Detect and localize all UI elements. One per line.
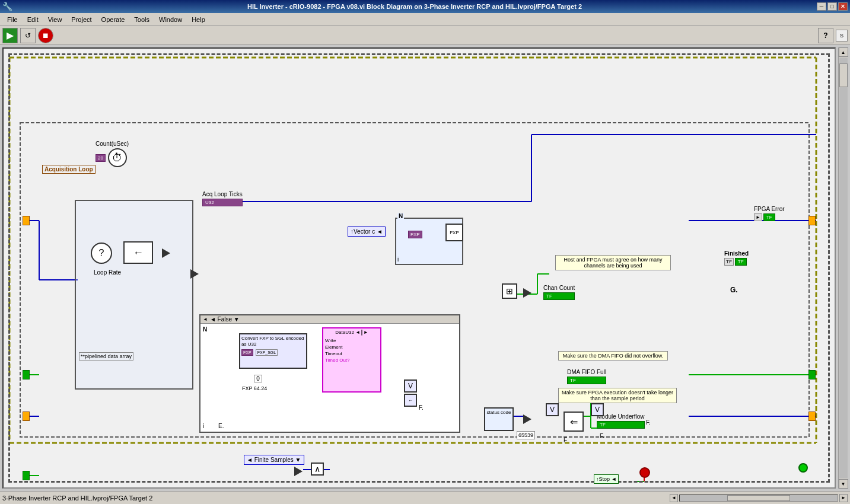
vertical-scrollbar[interactable]: ▲ ▼ (838, 47, 848, 489)
v-compare-node: V (546, 403, 559, 416)
menu-file[interactable]: File (2, 15, 23, 24)
minimize-button[interactable]: ─ (817, 2, 826, 11)
maximize-button[interactable]: □ (827, 2, 837, 11)
dma-fifo-comment: Make sure the DMA FIFO did not overflow. (558, 351, 668, 361)
title-bar: 🔧 HIL Inverter - cRIO-9082 - FPGA v08.vi… (0, 0, 850, 13)
menu-bar: File Edit View Project Operate Tools Win… (0, 13, 850, 26)
dma-fifo-full-group: DMA FIFO Full TF (567, 369, 606, 384)
close-button[interactable]: ✕ (838, 2, 848, 11)
shift-reg-left-4 (23, 471, 30, 480)
module-underflow-comment: Make sure FPGA execution doesn't take lo… (558, 388, 677, 403)
count-usec-icon: ⏱ (108, 148, 127, 167)
shift-reg-left-2 (23, 370, 30, 379)
f-bottom-right: F. (600, 433, 604, 439)
finite-samples-triangle (294, 467, 303, 476)
run-button[interactable]: ▶ (2, 28, 18, 43)
and-node: ∧ (311, 462, 324, 476)
data-u32-fifo: DataU32 ◄║► Write Element Timeout Timed … (322, 327, 381, 393)
f-label: F. (419, 404, 424, 411)
value-65539: 65539 (517, 431, 535, 439)
rerun-button[interactable]: ↺ (20, 28, 36, 43)
fxp-convert-node: FXP (445, 224, 463, 241)
chan-count-group: Chan Count TF (543, 285, 575, 300)
stop-indicator (639, 467, 650, 478)
grid-icon: ⊞ (502, 283, 517, 299)
menu-tools[interactable]: Tools (129, 15, 154, 24)
status-code-block: status code (484, 407, 514, 431)
loop-rate-label: Loop Rate (94, 269, 121, 276)
diagram-canvas[interactable]: Count(uSec) 20 ⏱ Acquisition Loop Acq Lo… (2, 47, 836, 489)
scroll-left-button[interactable]: ◄ (670, 494, 678, 502)
h-scroll-track (679, 495, 838, 502)
f-merge-1: ← (404, 394, 417, 407)
convert-fxp-block: Convert FXP to SGL encoded as U32 FXP FX… (239, 333, 307, 369)
menu-view[interactable]: View (43, 15, 67, 24)
main-area: Count(uSec) 20 ⏱ Acquisition Loop Acq Lo… (0, 45, 850, 491)
green-indicator (798, 463, 808, 473)
shift-reg-right-2 (808, 370, 816, 379)
scroll-thumb[interactable] (839, 63, 848, 87)
scroll-down-button[interactable]: ▼ (839, 479, 848, 489)
h-scroll-thumb[interactable] (727, 495, 790, 501)
finite-samples-block: ◄ Finite Samples ▼ (244, 455, 304, 465)
stop-block: ↑Stop ◄ (594, 474, 619, 484)
fxp-badge: FXP (408, 231, 422, 238)
window-title: HIL Inverter - cRIO-9082 - FPGA v08.vi B… (12, 3, 817, 10)
pipelined-array-label: **pipelined data array (79, 352, 133, 361)
shift-reg-right-1 (808, 216, 816, 225)
loop-rate-icon: ? (91, 243, 112, 264)
project-path: 3-Phase Inverter RCP and HIL.lvproj/FPGA… (2, 495, 152, 502)
menu-project[interactable]: Project (66, 15, 96, 24)
f-label-right: F. (646, 419, 651, 426)
v-node-2: V (591, 403, 604, 416)
status-triangle (523, 414, 531, 424)
host-fpga-comment: Host and FPGA must agree on how many cha… (555, 255, 671, 270)
shift-reg-right-3 (808, 412, 816, 421)
f-after-shift: F (564, 437, 567, 444)
status-bar: 3-Phase Inverter RCP and HIL.lvproj/FPGA… (0, 491, 850, 504)
feedback-arrow: ← (123, 241, 153, 264)
count-usec-label: Count(uSec) 20 ⏱ (95, 141, 129, 167)
abort-button[interactable]: ⏹ (38, 28, 53, 43)
menu-help[interactable]: Help (187, 15, 210, 24)
zero-const: 0 (254, 375, 262, 382)
menu-edit[interactable]: Edit (23, 15, 43, 24)
count-usec-value: 20 (95, 154, 106, 162)
g-label: G. (730, 286, 738, 294)
fpga-error-group: FPGA Error ► TF (754, 206, 785, 221)
finished-group: Finished TF TF (724, 250, 749, 266)
horizontal-scrollbar[interactable]: ◄ ► (670, 494, 848, 502)
case-structure: ◄ ◄ False ▼ N i E. Convert FXP to SGL en… (199, 314, 460, 433)
grid-triangle (523, 288, 531, 298)
scroll-right-button[interactable]: ► (839, 494, 848, 502)
menu-operate[interactable]: Operate (97, 15, 130, 24)
shift-arrows-node: ⇐ (564, 412, 584, 432)
loop-rate-triangle (162, 248, 170, 258)
v-merge-1: V (404, 379, 417, 393)
scroll-up-button[interactable]: ▲ (839, 47, 848, 57)
window-controls: ─ □ ✕ (817, 2, 848, 11)
inner-loop-box: ? ← Loop Rate **pipelined data array (75, 200, 193, 390)
toolbar: ▶ ↺ ⏹ ? S (0, 26, 850, 45)
vector-c-block: ↑Vector c ◄ (348, 227, 386, 237)
window-icon: 🔧 (2, 2, 12, 11)
acq-loop-ticks: Acq Loop Ticks U32 (202, 191, 243, 206)
shift-reg-left-1 (23, 216, 30, 225)
help-button[interactable]: ? (818, 28, 833, 43)
context-help[interactable]: S (836, 30, 848, 42)
fxp-label: FXP 64.24 (242, 385, 267, 391)
module-underflow-label: Module Underflow TF (597, 413, 645, 429)
shift-reg-left-3 (23, 412, 30, 421)
menu-window[interactable]: Window (154, 15, 187, 24)
acquisition-loop-label: Acquisition Loop (42, 165, 95, 174)
output-triangle-1 (190, 269, 199, 279)
scroll-track (839, 58, 848, 479)
